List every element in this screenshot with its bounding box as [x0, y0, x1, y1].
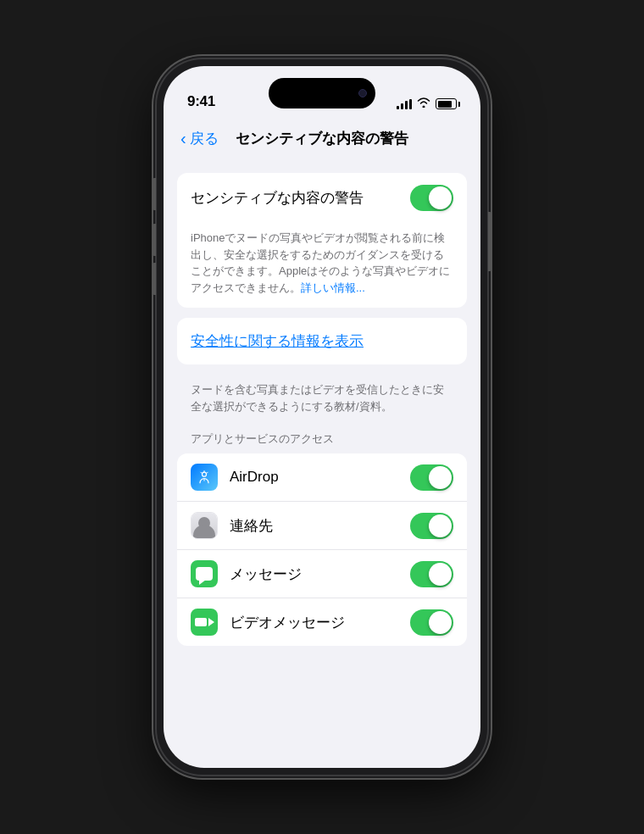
- airdrop-icon: [191, 464, 218, 491]
- safety-description: ヌードを含む写真またはビデオを受信したときに安全な選択ができるようにする教材/資…: [177, 375, 467, 418]
- main-toggle-label: センシティブな内容の警告: [191, 188, 364, 208]
- airdrop-row: AirDrop: [177, 453, 467, 502]
- content-area: センシティブな内容の警告 iPhoneでヌードの写真やビデオが閲覧される前に検出…: [164, 159, 480, 768]
- battery-icon: [436, 98, 457, 109]
- status-time: 9:41: [187, 93, 215, 110]
- messages-icon: [191, 560, 218, 587]
- airdrop-toggle[interactable]: [410, 464, 453, 491]
- messages-row: メッセージ: [177, 550, 467, 598]
- apps-card: AirDrop 連絡先: [177, 453, 467, 646]
- back-button[interactable]: ‹ 戻る: [180, 129, 219, 148]
- signal-icon: [397, 99, 412, 109]
- learn-more-link[interactable]: 詳しい情報...: [301, 281, 365, 294]
- svg-point-0: [203, 472, 207, 476]
- facetime-toggle[interactable]: [410, 609, 453, 636]
- contacts-toggle[interactable]: [410, 513, 453, 539]
- main-toggle-switch[interactable]: [410, 185, 453, 211]
- messages-toggle[interactable]: [410, 561, 453, 587]
- nav-bar: ‹ 戻る センシティブな内容の警告: [164, 117, 480, 159]
- wifi-icon: [417, 97, 430, 110]
- description-text: iPhoneでヌードの写真やビデオが閲覧される前に検出し、安全な選択をするための…: [177, 223, 467, 308]
- nav-title: センシティブな内容の警告: [236, 129, 408, 148]
- main-toggle-card: センシティブな内容の警告 iPhoneでヌードの写真やビデオが閲覧される前に検出…: [177, 173, 467, 308]
- messages-label: メッセージ: [230, 564, 410, 584]
- airdrop-label: AirDrop: [230, 469, 410, 486]
- facetime-label: ビデオメッセージ: [230, 613, 410, 632]
- contacts-row: 連絡先: [177, 502, 467, 550]
- contacts-icon: [191, 512, 218, 539]
- facetime-row: ビデオメッセージ: [177, 598, 467, 646]
- section-header: アプリとサービスのアクセス: [177, 418, 467, 453]
- phone-frame: 9:41: [157, 59, 487, 775]
- dynamic-island: [269, 78, 375, 108]
- status-icons: [397, 97, 457, 110]
- chevron-left-icon: ‹: [180, 129, 186, 148]
- safety-link-card: 安全性に関する情報を表示: [177, 318, 467, 364]
- safety-info-link[interactable]: 安全性に関する情報を表示: [177, 318, 467, 364]
- camera-dot: [358, 89, 367, 97]
- phone-screen: 9:41: [164, 66, 480, 768]
- facetime-icon: [191, 609, 218, 636]
- back-label: 戻る: [190, 129, 219, 148]
- contacts-label: 連絡先: [230, 516, 410, 536]
